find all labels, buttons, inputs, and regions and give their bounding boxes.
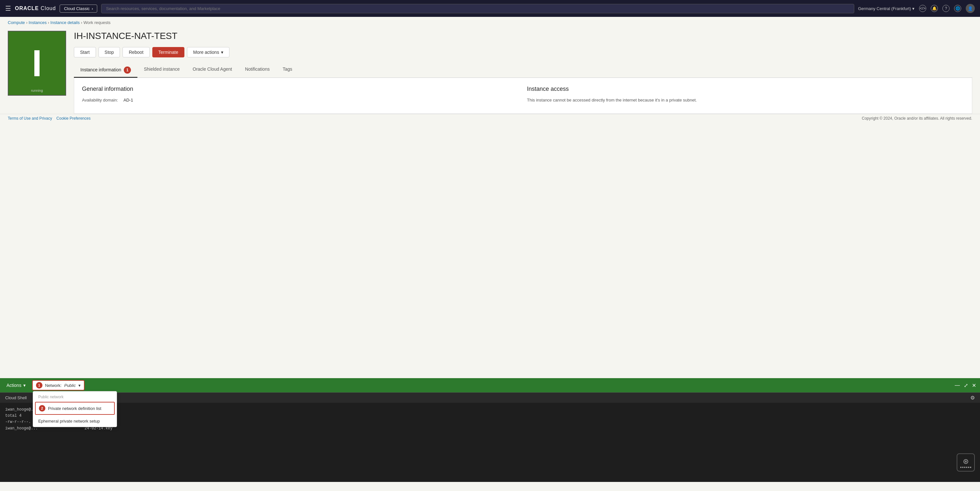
hamburger-menu-icon[interactable]: ☰ [5, 5, 11, 12]
terminal-line-1: iwan_hooge@... [5, 407, 975, 413]
terminal-line-3: -rw-r--r--. [5, 419, 975, 425]
network-dropdown-menu: Public network 2 Private network definit… [33, 391, 117, 427]
availability-domain-value: AD-1 [124, 97, 133, 102]
instance-access-title: Instance access [527, 86, 964, 92]
tab-notifications[interactable]: Notifications [239, 63, 276, 78]
network-label: Network: [45, 383, 62, 388]
cloud-shell-title: Cloud Shell [5, 395, 27, 400]
footer: Terms of Use and Privacy Cookie Preferen… [0, 114, 980, 123]
breadcrumb-instances[interactable]: Instances [29, 20, 47, 25]
chevron-down-icon: ▾ [78, 383, 81, 388]
cloud-shell-header: Actions ▾ 1 Network: Public ▾ Public net… [0, 378, 980, 392]
dropdown-public-network-label: Public network [33, 391, 117, 401]
close-icon[interactable]: ✕ [972, 383, 976, 389]
chevron-down-icon: ▾ [912, 6, 915, 11]
help-icon[interactable]: ? [942, 5, 950, 12]
instance-title: IH-INSTANCE-NAT-TEST [74, 31, 972, 41]
reboot-button[interactable]: Reboot [123, 47, 150, 57]
cookie-preferences-link[interactable]: Cookie Preferences [56, 116, 91, 121]
info-grid: General information Availability domain:… [82, 86, 964, 106]
help-fab-dots [960, 467, 971, 468]
general-info-title: General information [82, 86, 519, 92]
network-badge-1: 1 [36, 382, 43, 389]
network-value: Public [64, 383, 75, 388]
stop-button[interactable]: Stop [99, 47, 120, 57]
availability-domain-row: Availability domain: AD-1 [82, 97, 519, 102]
shell-actions-button[interactable]: Actions ▾ [4, 381, 28, 389]
cloud-shell-title-bar: Cloud Shell ⚙ [0, 392, 980, 403]
notifications-bell-icon[interactable]: 🔔 [931, 5, 938, 12]
cloud-shell-settings[interactable]: ⚙ [970, 395, 975, 401]
dropdown-badge-2: 2 [39, 405, 45, 411]
availability-domain-label: Availability domain: [82, 97, 121, 102]
cloud-shell-container: Actions ▾ 1 Network: Public ▾ Public net… [0, 378, 980, 482]
shell-header-right: — ⤢ ✕ [955, 383, 976, 389]
general-info-section: General information Availability domain:… [82, 86, 519, 106]
tab-shielded-instance[interactable]: Shielded instance [137, 63, 186, 78]
breadcrumb: Compute › Instances › Instance details ›… [0, 17, 980, 28]
tab-content-instance-information: General information Availability domain:… [74, 78, 972, 114]
instance-header: running IH-INSTANCE-NAT-TEST Start Stop … [0, 28, 980, 114]
thumbnail-bar [34, 50, 40, 76]
expand-icon[interactable]: ⤢ [964, 383, 968, 389]
chevron-right-icon: › [92, 6, 93, 11]
breadcrumb-instance-details[interactable]: Instance details [51, 20, 80, 25]
footer-copyright: Copyright © 2024, Oracle and/or its affi… [862, 116, 972, 121]
language-globe-icon[interactable]: 🌐 [954, 5, 961, 12]
instance-action-buttons: Start Stop Reboot Terminate More actions… [74, 47, 972, 57]
tab-instance-information[interactable]: Instance information 1 [74, 63, 137, 78]
search-input[interactable] [101, 4, 854, 13]
terms-link[interactable]: Terms of Use and Privacy [8, 116, 52, 121]
instance-access-section: Instance access This instance cannot be … [527, 86, 964, 106]
terminal-line-4: iwan_hooge@... 24-02-14.key [5, 426, 975, 432]
more-actions-button[interactable]: More actions ▾ [187, 47, 229, 57]
instance-tabs: Instance information 1 Shielded instance… [74, 63, 972, 78]
oracle-logo: ORACLE Cloud [15, 5, 56, 11]
nav-right-controls: Germany Central (Frankfurt) ▾ </> 🔔 ? 🌐 … [858, 4, 975, 13]
cloud-classic-button[interactable]: Cloud Classic › [60, 5, 97, 13]
developer-tools-icon[interactable]: </> [919, 5, 926, 12]
tab-tags[interactable]: Tags [276, 63, 299, 78]
dropdown-item-ephemeral-private-network[interactable]: Ephemeral private network setup [33, 415, 117, 427]
instance-thumbnail: running [8, 31, 66, 96]
help-fab-button[interactable]: ⊛ [957, 453, 975, 472]
terminal[interactable]: iwan_hooge@... total 4 -rw-r--r--. iwan_… [0, 403, 980, 482]
oracle-wordmark: ORACLE [15, 5, 39, 11]
top-navigation: ☰ ORACLE Cloud Cloud Classic › Germany C… [0, 0, 980, 17]
cloud-wordmark: Cloud [41, 5, 56, 11]
user-avatar[interactable]: 👤 [966, 4, 975, 13]
footer-left: Terms of Use and Privacy Cookie Preferen… [8, 116, 91, 121]
breadcrumb-compute[interactable]: Compute [8, 20, 25, 25]
network-selector[interactable]: 1 Network: Public ▾ Public network 2 Pri… [32, 380, 84, 391]
chevron-down-icon: ▾ [221, 49, 223, 55]
instance-access-description: This instance cannot be accessed directl… [527, 97, 964, 102]
gear-icon[interactable]: ⚙ [970, 395, 975, 400]
breadcrumb-work-requests: Work requests [83, 20, 110, 25]
minimize-icon[interactable]: — [955, 383, 960, 388]
terminal-line-2: total 4 [5, 413, 975, 419]
dropdown-item-private-network-definition-list[interactable]: 2 Private network definition list [35, 402, 115, 415]
lifebuoy-icon: ⊛ [963, 457, 969, 466]
tab-oracle-cloud-agent[interactable]: Oracle Cloud Agent [186, 63, 239, 78]
region-selector[interactable]: Germany Central (Frankfurt) ▾ [858, 6, 915, 11]
terminate-button[interactable]: Terminate [152, 47, 185, 57]
instance-thumbnail-label: running [31, 89, 43, 92]
start-button[interactable]: Start [74, 47, 96, 57]
chevron-down-icon: ▾ [23, 383, 25, 388]
instance-details-panel: IH-INSTANCE-NAT-TEST Start Stop Reboot T… [74, 28, 972, 114]
tab-badge-1: 1 [124, 67, 131, 73]
